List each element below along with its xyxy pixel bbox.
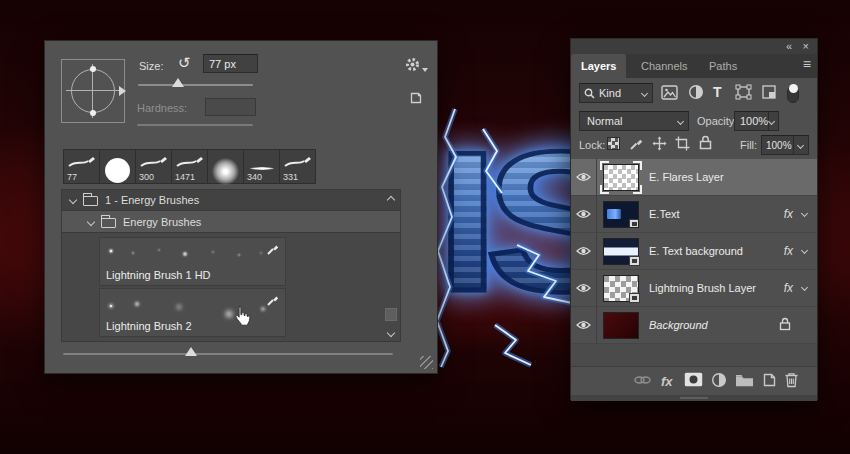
panel-resize-grip[interactable] xyxy=(420,356,433,369)
panel-menu-icon[interactable]: ≡ xyxy=(803,56,811,72)
lock-transparent-pixels-icon[interactable] xyxy=(607,137,620,150)
tab-paths[interactable]: Paths xyxy=(699,54,747,78)
layer-name[interactable]: E.Text xyxy=(649,208,680,220)
brush-preset[interactable]: 331 xyxy=(279,149,316,184)
brush-list-scrollbar[interactable] xyxy=(384,191,399,340)
blend-mode-value: Normal xyxy=(587,115,622,127)
brush-preset[interactable] xyxy=(99,149,136,184)
gear-icon[interactable] xyxy=(405,57,428,72)
brush-group-energy-brushes[interactable]: Energy Brushes xyxy=(62,211,400,233)
selection-brackets xyxy=(604,165,638,190)
panel-bottom-edge[interactable] xyxy=(571,395,817,401)
fx-expand-chevron-icon[interactable] xyxy=(801,284,808,291)
lock-image-pixels-icon[interactable] xyxy=(629,136,644,154)
size-input[interactable] xyxy=(203,54,258,73)
brush-preset[interactable]: 340 xyxy=(243,149,280,184)
visibility-eye-icon[interactable] xyxy=(571,196,597,232)
fill-value: 100% xyxy=(766,140,792,151)
soft-round-brush-icon xyxy=(212,158,239,185)
gear-dropdown-arrow-icon xyxy=(422,68,428,72)
hardness-input[interactable] xyxy=(205,98,256,116)
brush-preset[interactable]: 300 xyxy=(135,149,172,184)
layer-name[interactable]: E. Text background xyxy=(649,245,743,257)
brush-item-lightning-brush-1-hd[interactable]: Lightning Brush 1 HD xyxy=(99,237,286,286)
fx-expand-chevron-icon[interactable] xyxy=(801,210,808,217)
layer-thumbnail-transparent[interactable] xyxy=(604,165,638,190)
close-panel-icon[interactable]: × xyxy=(803,39,809,54)
filter-type-layers-icon[interactable]: T xyxy=(713,84,722,100)
roundness-handle-top[interactable] xyxy=(90,66,96,72)
panel-drag-handle[interactable] xyxy=(680,397,708,399)
layer-row-e-flares-layer[interactable]: E. Flares Layer xyxy=(571,159,817,196)
visibility-eye-icon[interactable] xyxy=(571,270,597,306)
hard-round-brush-icon xyxy=(105,158,130,183)
lock-all-icon[interactable] xyxy=(699,135,712,153)
preview-size-slider-thumb[interactable] xyxy=(185,347,197,356)
fx-expand-chevron-icon[interactable] xyxy=(801,247,808,254)
roundness-handle-bottom[interactable] xyxy=(90,110,96,116)
chevron-down-icon[interactable] xyxy=(69,196,77,204)
tab-layers[interactable]: Layers xyxy=(571,54,626,78)
new-group-icon[interactable] xyxy=(735,373,754,390)
filter-pixel-layers-icon[interactable] xyxy=(661,85,678,103)
layer-lock-icon xyxy=(779,317,791,331)
brush-preset[interactable]: 1471 xyxy=(171,149,208,184)
hardness-slider-track xyxy=(137,124,253,126)
chevron-down-icon[interactable] xyxy=(87,217,95,225)
brush-group-energy-brushes-1[interactable]: 1 - Energy Brushes xyxy=(62,190,400,211)
layer-row-e-text-background[interactable]: E. Text background fx xyxy=(571,233,817,270)
lock-position-icon[interactable] xyxy=(652,136,667,154)
layer-name[interactable]: E. Flares Layer xyxy=(649,171,724,183)
blend-mode-dropdown[interactable]: Normal xyxy=(579,111,689,131)
visibility-eye-icon[interactable] xyxy=(571,233,597,269)
visibility-eye-icon[interactable] xyxy=(571,159,597,195)
brush-preset[interactable]: 77 xyxy=(63,149,100,184)
add-layer-mask-icon[interactable] xyxy=(684,372,703,390)
filter-shape-layers-icon[interactable] xyxy=(735,84,752,103)
new-adjustment-layer-icon[interactable] xyxy=(711,372,727,391)
new-layer-icon[interactable] xyxy=(761,372,777,391)
visibility-eye-icon[interactable] xyxy=(571,307,597,343)
filter-toggle-switch[interactable] xyxy=(787,86,799,103)
brush-angle-roundness-control[interactable] xyxy=(61,59,125,123)
group-label: 1 - Energy Brushes xyxy=(105,194,199,206)
collapse-panel-icon[interactable]: « xyxy=(786,39,791,54)
layer-list-empty-area xyxy=(571,344,817,366)
lock-artboard-icon[interactable] xyxy=(675,136,690,154)
opacity-label: Opacity: xyxy=(697,115,737,127)
reset-size-icon[interactable]: ↺ xyxy=(178,54,191,72)
size-slider-thumb[interactable] xyxy=(172,78,184,87)
layer-row-background[interactable]: Background xyxy=(571,307,817,344)
preview-size-slider-track[interactable] xyxy=(63,353,393,355)
brush-preset[interactable] xyxy=(207,149,244,184)
size-slider-track[interactable] xyxy=(138,84,253,86)
add-layer-style-icon[interactable]: fx xyxy=(661,374,673,389)
layer-style-fx-badge[interactable]: fx xyxy=(784,207,793,221)
size-label: Size: xyxy=(139,60,163,72)
fill-dropdown[interactable]: 100% xyxy=(761,135,809,155)
layer-row-e-text[interactable]: E.Text fx xyxy=(571,196,817,233)
link-layers-icon[interactable] xyxy=(633,373,652,390)
layer-thumbnail-text-background[interactable] xyxy=(604,239,638,264)
filter-adjustment-layers-icon[interactable] xyxy=(688,84,704,103)
layer-style-fx-badge[interactable]: fx xyxy=(784,244,793,258)
new-brush-icon[interactable] xyxy=(409,91,423,108)
layer-name[interactable]: Background xyxy=(649,319,708,331)
brush-item-lightning-brush-2[interactable]: Lightning Brush 2 xyxy=(99,288,286,337)
tab-channels[interactable]: Channels xyxy=(631,54,697,78)
layer-name[interactable]: Lightning Brush Layer xyxy=(649,282,756,294)
delete-layer-icon[interactable] xyxy=(784,372,799,391)
kind-filter-dropdown[interactable]: Kind xyxy=(579,83,653,103)
layer-thumbnail-text[interactable] xyxy=(604,202,638,227)
scrollbar-thumb[interactable] xyxy=(385,308,397,321)
layer-thumbnail-lightning-brush[interactable] xyxy=(604,276,638,301)
kind-label: Kind xyxy=(599,87,621,99)
filter-smart-objects-icon[interactable] xyxy=(761,84,777,103)
scroll-down-icon[interactable] xyxy=(387,329,395,337)
opacity-dropdown[interactable]: 100% xyxy=(734,111,779,131)
layer-row-lightning-brush-layer[interactable]: Lightning Brush Layer fx xyxy=(571,270,817,307)
cursor-hand xyxy=(233,305,252,327)
scroll-up-icon[interactable] xyxy=(387,196,395,204)
layer-style-fx-badge[interactable]: fx xyxy=(784,281,793,295)
layer-thumbnail-background[interactable] xyxy=(604,313,638,338)
